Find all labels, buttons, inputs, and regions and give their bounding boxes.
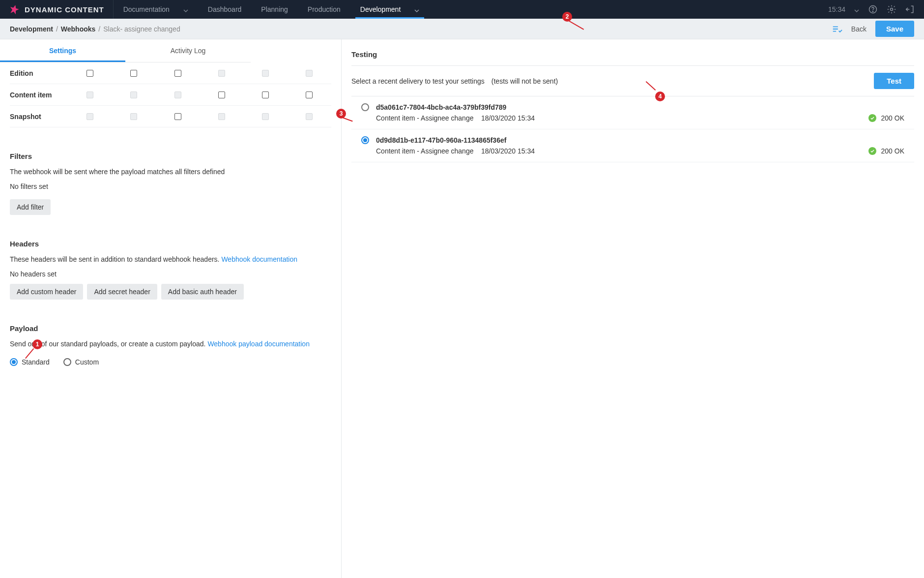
delivery-id: d5a061c7-7804-4bcb-ac4a-379bf39fd789 [376,103,506,111]
filters-desc: The webhook will be sent where the paylo… [10,167,331,177]
payload-title: Payload [10,324,331,333]
event-cell [243,70,287,77]
event-cell [68,113,112,120]
event-row: Content item [10,84,331,106]
delivery-status: 200 OK [868,114,904,122]
event-cell [112,91,156,98]
checkbox[interactable] [87,70,93,77]
checkbox [218,70,225,77]
delivery-radio[interactable] [361,103,369,111]
breadcrumb-bar: Development / Webhooks / Slack- assignee… [0,19,924,39]
event-cell [112,70,156,77]
gear-icon[interactable] [887,4,896,14]
event-row-label: Content item [10,91,68,99]
save-button[interactable]: Save [875,21,914,37]
event-row-label: Edition [10,69,68,77]
nav-production[interactable]: Production [298,0,350,19]
checkbox [262,70,269,77]
chevron-down-icon[interactable] [854,7,859,12]
deliveries-list: d5a061c7-7804-4bcb-ac4a-379bf39fd789Cont… [342,96,924,162]
event-row-label: Snapshot [10,113,68,121]
checkbox [306,113,313,120]
brand-text: DYNAMIC CONTENT [25,5,104,14]
delivery-desc: Content item - Assignee change [376,114,474,122]
event-cell [156,70,200,77]
add-filter-button[interactable]: Add filter [10,199,51,215]
tab-settings[interactable]: Settings [0,39,125,62]
payload-standard-radio[interactable]: Standard [10,358,50,366]
testing-sub: Select a recent delivery to test your se… [351,77,485,85]
event-cell [243,113,287,120]
delivery-item[interactable]: d5a061c7-7804-4bcb-ac4a-379bf39fd789Cont… [351,96,914,129]
nav-label: Planning [261,5,288,13]
headers-title: Headers [10,240,331,248]
delivery-id: 0d9d8d1b-e117-47b0-960a-1134865f36ef [376,136,506,144]
event-cell [112,113,156,120]
add-custom-header-button[interactable]: Add custom header [10,284,83,300]
svg-marker-0 [9,4,20,15]
help-icon[interactable] [868,4,878,14]
event-cell [200,70,243,77]
checkbox[interactable] [174,70,181,77]
checkbox[interactable] [306,91,313,98]
logout-icon[interactable] [905,4,915,14]
nav-documentation[interactable]: Documentation [114,0,198,19]
right-panel: Testing Select a recent delivery to test… [342,39,924,578]
crumb-webhooks[interactable]: Webhooks [61,25,96,33]
delivery-item[interactable]: 0d9d8d1b-e117-47b0-960a-1134865f36efCont… [351,129,914,162]
checkbox[interactable] [174,113,181,120]
payload-custom-radio[interactable]: Custom [63,358,99,366]
filters-empty: No filters set [10,182,331,192]
event-cell [200,91,243,98]
checkbox [130,91,137,98]
logo-icon [9,4,20,15]
crumb-sep: / [98,25,100,33]
filters-title: Filters [10,152,331,160]
headers-empty: No headers set [10,270,331,279]
checkbox[interactable] [218,91,225,98]
testing-header: Testing [342,39,924,65]
nav-development[interactable]: Development [350,0,430,19]
tab-activity-log[interactable]: Activity Log [125,39,251,62]
checkbox [306,70,313,77]
radio-icon [63,358,71,366]
delivery-status: 200 OK [868,147,904,155]
headers-section: Headers These headers will be sent in ad… [0,230,341,309]
chevron-down-icon [414,7,419,12]
crumb-sep: / [56,25,58,33]
webhook-payload-doc-link[interactable]: Webhook payload documentation [207,340,310,348]
filters-section: Filters The webhook will be sent where t… [0,142,341,225]
test-button[interactable]: Test [874,73,914,89]
event-cell [156,91,200,98]
event-cell [68,91,112,98]
checkbox[interactable] [262,91,269,98]
event-cell [288,91,331,98]
back-button[interactable]: Back [851,25,866,33]
delivery-radio[interactable] [361,136,369,144]
svg-point-3 [891,8,893,11]
top-nav: DYNAMIC CONTENT Documentation Dashboard … [0,0,924,19]
payload-desc: Send one of our standard payloads, or cr… [10,339,331,349]
left-tabs: Settings Activity Log [0,39,251,62]
nav-planning[interactable]: Planning [251,0,298,19]
event-row: Edition [10,62,331,84]
nav-dashboard[interactable]: Dashboard [198,0,252,19]
crumb-actions: Back Save [832,21,914,37]
chevron-down-icon [183,7,188,12]
testing-title: Testing [351,50,914,59]
add-secret-header-button[interactable]: Add secret header [87,284,157,300]
webhook-doc-link[interactable]: Webhook documentation [221,255,297,263]
crumb-current: Slack- assignee changed [103,25,180,33]
nav-label: Documentation [123,5,170,13]
event-cell [200,113,243,120]
crumb-dev[interactable]: Development [10,25,53,33]
checkbox [174,91,181,98]
list-check-icon[interactable] [832,24,842,34]
checkbox[interactable] [130,70,137,77]
add-basic-auth-header-button[interactable]: Add basic auth header [161,284,244,300]
nav-time: 15:34 [828,5,845,13]
checkbox [262,113,269,120]
nav-right: 15:34 [828,4,924,14]
check-icon [868,147,876,155]
event-cell [288,113,331,120]
